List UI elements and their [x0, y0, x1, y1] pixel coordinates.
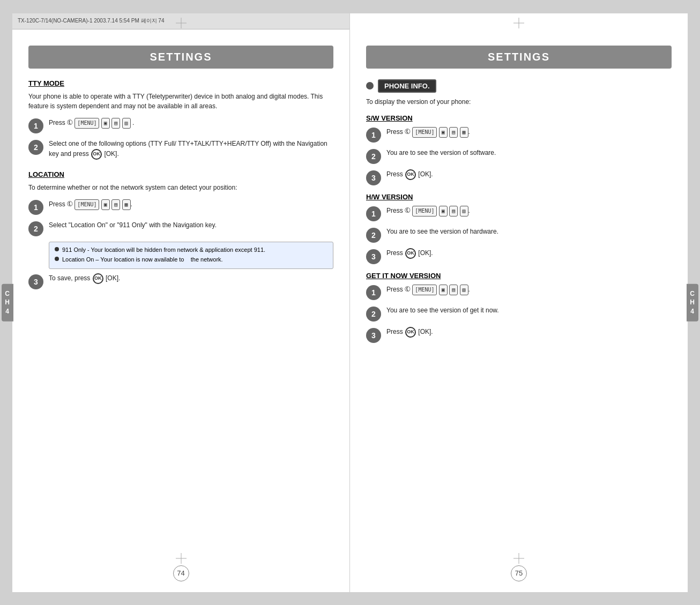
left-page-content: SETTINGS TTY MODE Your phone is able to … [28, 24, 333, 289]
menu-icon-loc1: [MENU] [75, 199, 99, 210]
ok-icon-sw3: OK [405, 169, 416, 180]
sw-step-2-num: 2 [366, 149, 381, 164]
ch-tab-right: CH4 [687, 283, 698, 321]
get-it-now-title: GET IT NOW VERSION [366, 272, 672, 280]
tty-step-2-num: 2 [28, 140, 43, 155]
menu-icon-hw1: [MENU] [412, 206, 437, 216]
hw-step-2-num: 2 [366, 228, 381, 243]
menu-icon-sw1: [MENU] [412, 127, 437, 138]
hw-version-title: H/W VERSION [366, 193, 672, 201]
bullet-dot-2 [55, 257, 59, 261]
nav-gin1b: ▤ [449, 285, 458, 295]
location-step-2-num: 2 [28, 221, 43, 236]
nav-icon-1a: ▣ [101, 118, 110, 129]
right-page: SETTINGS PHONE INFO. To display the vers… [350, 13, 688, 592]
gin-step-2: 2 You are to see the version of get it n… [366, 305, 672, 322]
location-step-2-content: Select "Location On" or "911 Only" with … [49, 220, 217, 230]
gin-step-1-content: Press ✆ [MENU] ▣ ▤ ▧. [386, 284, 470, 295]
right-page-content: SETTINGS PHONE INFO. To display the vers… [366, 24, 672, 343]
menu-icon-1: [MENU] [75, 118, 99, 129]
bullet-dot-1 [55, 247, 59, 251]
nav-icon-loc1a: ▣ [101, 199, 110, 210]
phone-icon-hw1: ✆ [403, 204, 413, 217]
hw-step-3-num: 3 [366, 249, 381, 264]
ch-tab-left: CH4 [2, 283, 13, 321]
bullet-text-1: 911 Only - Your location will be hidden … [62, 245, 265, 255]
location-step-3-num: 3 [28, 274, 43, 289]
ok-icon-1: OK [91, 149, 102, 160]
crosshair-bottom [176, 553, 187, 565]
right-settings-header: SETTINGS [366, 46, 672, 69]
gin-step-1: 1 Press ✆ [MENU] ▣ ▤ ▧. [366, 284, 672, 300]
nav-icon-1b: ▤ [111, 118, 120, 129]
phone-info-badge: PHONE INFO. [378, 79, 436, 93]
sw-version-title: S/W VERSION [366, 114, 672, 122]
ok-icon-hw3: OK [405, 248, 416, 259]
tty-step-1: 1 Press ✆ [MENU] ▣ ▤ ▥ . [28, 117, 333, 133]
left-page-number: 74 [173, 565, 189, 581]
tty-mode-section: TTY MODE Your phone is able to operate w… [28, 79, 333, 160]
nav-icon-loc1b: ▤ [111, 199, 120, 210]
hw-step-2-content: You are to see the version of hardware. [386, 227, 498, 237]
get-it-now-section: GET IT NOW VERSION 1 Press ✆ [MENU] ▣ ▤ … [366, 272, 672, 343]
ok-icon-gin3: OK [405, 327, 416, 338]
crosshair-top-right [513, 18, 524, 30]
sw-step-3-num: 3 [366, 170, 381, 185]
tty-step-1-icons: ▣ ▤ ▥ [101, 119, 132, 126]
nav-icon-1c: ▥ [122, 118, 131, 129]
menu-icon-gin1: [MENU] [412, 285, 437, 295]
phone-icon-loc1: ✆ [65, 198, 76, 211]
tty-step-2-content: Select one of the following options (TTY… [49, 139, 333, 160]
gin-step-1-num: 1 [366, 285, 381, 300]
spread: TX-120C-7/14(NO-CAMERA)-1 2003.7.14 5:54… [12, 13, 688, 592]
phone-info-intro: To display the version of your phone: [366, 97, 672, 107]
location-section: LOCATION To determine whether or not the… [28, 170, 333, 289]
nav-hw1a: ▣ [439, 206, 448, 216]
hw-step-1-num: 1 [366, 206, 381, 221]
phone-icon-1: ✆ [65, 116, 76, 129]
ok-icon-loc3: OK [93, 273, 103, 284]
nav-sw1a: ▣ [439, 127, 448, 138]
hw-step-2: 2 You are to see the version of hardware… [366, 227, 672, 243]
location-step-2: 2 Select "Location On" or "911 Only" wit… [28, 220, 333, 236]
tty-mode-title: TTY MODE [28, 79, 333, 87]
hw-step-3: 3 Press OK [OK]. [366, 248, 672, 264]
sw-step-3-content: Press OK [OK]. [386, 169, 433, 180]
crosshair-top [176, 18, 187, 30]
nav-sw1c: ▦ [460, 127, 468, 138]
sw-step-3: 3 Press OK [OK]. [366, 169, 672, 185]
nav-hw1c: ▥ [460, 206, 468, 216]
tty-step-1-content: Press ✆ [MENU] ▣ ▤ ▥ . [49, 117, 134, 129]
location-title: LOCATION [28, 170, 333, 178]
tty-step-2: 2 Select one of the following options (T… [28, 139, 333, 160]
sw-step-2-content: You are to see the version of software. [386, 148, 496, 158]
nav-gin1a: ▣ [439, 285, 448, 295]
right-page-number: 75 [511, 565, 527, 581]
left-page: TX-120C-7/14(NO-CAMERA)-1 2003.7.14 5:54… [12, 13, 350, 592]
location-step-3: 3 To save, press OK [OK]. [28, 273, 333, 289]
phone-info-dot [366, 82, 374, 89]
gin-step-2-num: 2 [366, 307, 381, 322]
nav-sw1b: ▤ [449, 127, 458, 138]
hw-step-1-content: Press ✆ [MENU] ▣ ▤ ▥. [386, 205, 470, 216]
bullet-item-2: Location On – Your location is now avail… [55, 255, 327, 264]
phone-icon-sw1: ✆ [403, 125, 413, 138]
sw-step-1: 1 Press ✆ [MENU] ▣ ▤ ▦. [366, 126, 672, 143]
phone-info-row: PHONE INFO. [366, 79, 672, 93]
bullet-text-2: Location On – Your location is now avail… [62, 255, 223, 264]
gin-step-3-content: Press OK [OK]. [386, 327, 433, 338]
location-info-box: 911 Only - Your location will be hidden … [49, 242, 333, 269]
sw-version-section: S/W VERSION 1 Press ✆ [MENU] ▣ ▤ ▦. 2 Yo… [366, 114, 672, 185]
left-settings-header: SETTINGS [28, 46, 333, 69]
hw-version-section: H/W VERSION 1 Press ✆ [MENU] ▣ ▤ ▥. 2 Yo… [366, 193, 672, 264]
bullet-item-1: 911 Only - Your location will be hidden … [55, 245, 327, 255]
hw-step-1: 1 Press ✆ [MENU] ▣ ▤ ▥. [366, 205, 672, 221]
hw-step-3-content: Press OK [OK]. [386, 248, 433, 259]
gin-step-2-content: You are to see the version of get it now… [386, 305, 499, 316]
gin-step-3-num: 3 [366, 328, 381, 343]
sw-step-1-num: 1 [366, 128, 381, 143]
location-step-1: 1 Press ✆ [MENU] ▣ ▤ ▦. [28, 199, 333, 215]
location-step-3-content: To save, press OK [OK]. [49, 273, 120, 284]
sw-step-2: 2 You are to see the version of software… [366, 148, 672, 164]
nav-icon-loc1c: ▦ [122, 199, 131, 210]
